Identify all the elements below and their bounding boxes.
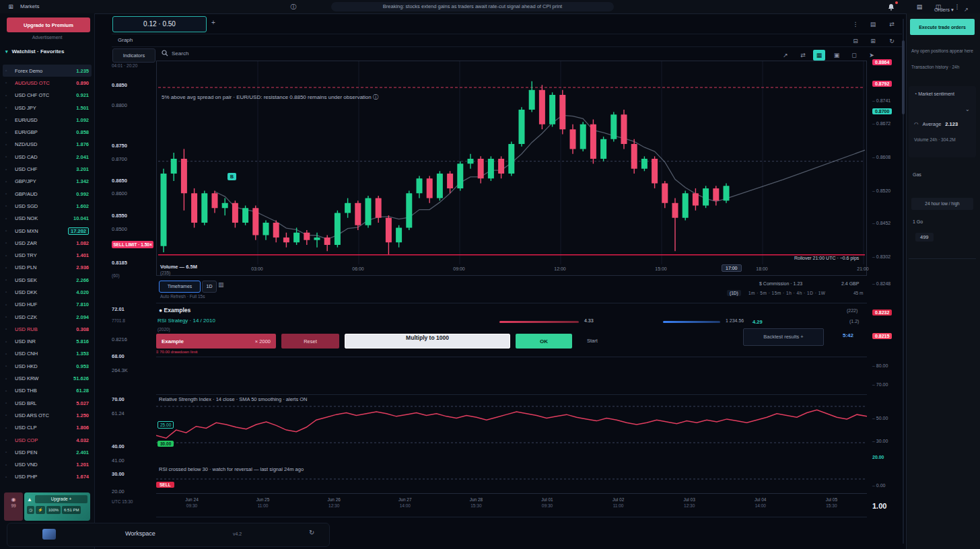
watchlist-row[interactable]: ▫USD JPY1.501	[3, 102, 92, 114]
watchlist-row[interactable]: ▫USD VND1.201	[3, 459, 92, 471]
backtest-button[interactable]: Backtest results +	[743, 328, 824, 346]
news-ticker[interactable]: Breaking: stocks extend gains as traders…	[331, 2, 614, 11]
add-order-button[interactable]: +	[211, 19, 215, 26]
collapse-icon[interactable]: ⊟	[849, 36, 862, 46]
watchlist-row[interactable]: ▫USD BRL5.027	[3, 397, 92, 409]
range-chip[interactable]: 24 hour low / high	[911, 198, 973, 210]
rsi-panel[interactable]	[156, 402, 867, 494]
chevron-down-icon[interactable]: ⌄	[965, 106, 970, 112]
watchlist-row[interactable]: ▫USD ARS OTC1.250	[3, 409, 92, 421]
watchlist-row[interactable]: ▫USD HKD0.953	[3, 360, 92, 372]
rsi-level-chip-30: 30.00	[158, 441, 174, 447]
watchlist-header[interactable]: ▾Watchlist · Favorites	[5, 48, 90, 59]
watchlist-row[interactable]: ▫NZD/USD1.876	[3, 139, 92, 151]
account-button[interactable]: ◉ 99	[4, 492, 23, 521]
watchlist-row[interactable]: ▫AUD/USD OTC0.890	[3, 77, 92, 89]
indicator-title: Relative Strength Index · 14 close · SMA…	[159, 396, 308, 402]
positions-note: Any open positions appear here	[911, 48, 975, 53]
quick-trade-chip[interactable]: ◷	[27, 506, 34, 514]
history-link[interactable]: Transaction history · 24h	[911, 65, 975, 69]
watchlist-row[interactable]: ▫USD THB61.28	[3, 385, 92, 397]
candlestick-chart[interactable]	[156, 61, 867, 276]
watchlist-row[interactable]: ▫USD INR5.816	[3, 336, 92, 348]
graph-tab[interactable]: Graph	[118, 37, 133, 43]
watchlist-row[interactable]: ▫USD KRW51.626	[3, 372, 92, 384]
refresh-icon[interactable]: ↻	[309, 529, 314, 536]
timeframes-button[interactable]: Timeframes	[159, 281, 201, 293]
sell-limit-tag[interactable]: SELL LIMIT · 1.50×	[112, 241, 153, 248]
reload-icon[interactable]: ↻	[886, 36, 898, 46]
watchlist-row[interactable]: ▫USD CZK2.094	[3, 311, 92, 323]
symbol-search[interactable]: Search	[162, 50, 188, 57]
rsi-x-axis: Jun 2409:30Jun 2511:00Jun 2612:30Jun 271…	[156, 497, 867, 514]
watchlist-row[interactable]: ▫USD CHF3.201	[3, 163, 92, 175]
watchlist-row[interactable]: ▫GBP/AUD0.992	[3, 188, 92, 200]
watchlist-row[interactable]: ▫USD CAD2.041	[3, 151, 92, 163]
watchlist-row[interactable]: ▫USD SGD1.602	[3, 200, 92, 212]
timeframe-chip[interactable]: 1D	[202, 281, 217, 293]
watchlist-row[interactable]: ▫USD HUF7.810	[3, 299, 92, 311]
watchlist-row[interactable]: ▫USD CNH1.353	[3, 348, 92, 360]
active-timeframe-chip[interactable]: (1D)	[727, 290, 741, 296]
candle-style-icon[interactable]: ▦	[813, 50, 825, 61]
axis-price-label: 0.8864	[872, 59, 892, 65]
chart-type-icon[interactable]: ▥	[218, 281, 224, 288]
buy-panel[interactable]: ▲ Upgrade + ◷⚡100%6:51 PM	[24, 492, 90, 521]
compare-icon[interactable]: ⇄	[797, 50, 809, 61]
upgrade-pill[interactable]: Upgrade +	[35, 495, 88, 503]
watchlist-row[interactable]: ▫EUR/USD1.092	[3, 114, 92, 126]
watchlist-row[interactable]: ▫USD PEN2.401	[3, 446, 92, 458]
snapshot-icon[interactable]: ◻	[848, 50, 860, 61]
watchlist-row[interactable]: ▫USD COP4.032	[3, 434, 92, 446]
watchlist-row[interactable]: ▫USD NOK10.041	[3, 213, 92, 225]
indicators-button[interactable]: Indicators	[112, 48, 155, 63]
watchlist-row[interactable]: ▫USD RUB0.308	[3, 323, 92, 335]
watchlist-row[interactable]: ▫USD ZAR1.082	[3, 237, 92, 249]
bell-icon[interactable]	[886, 2, 897, 11]
upgrade-button[interactable]: Upgrade to Premium	[7, 17, 90, 32]
quick-trade-chip[interactable]: 100%	[46, 506, 61, 514]
quick-trade-chip[interactable]: ⚡	[36, 506, 45, 514]
workspace-chip[interactable]: Markets	[20, 2, 39, 11]
quick-trade-chips: ◷⚡100%6:51 PM	[27, 506, 88, 514]
example-button[interactable]: Example × 2000	[156, 334, 276, 349]
orders-header[interactable]: Orders ▾	[934, 7, 954, 13]
layout-grid-icon[interactable]: ▣	[831, 50, 843, 61]
watchlist-row[interactable]: ▫USD TRY1.401	[3, 249, 92, 261]
expand-icon[interactable]: ↗	[779, 50, 792, 61]
watchlist-row[interactable]: ▫USD SEK2.266	[3, 274, 92, 286]
quick-trade-chip[interactable]: 6:51 PM	[62, 506, 81, 514]
watchlist-row[interactable]: ▫USD CHF OTC0.921	[3, 89, 92, 102]
multiply-input[interactable]: Multiply to 1000	[345, 334, 510, 349]
add-panel-icon[interactable]: ⊞	[867, 36, 879, 46]
axis-price-label: 30.00	[872, 439, 888, 443]
x-axis-label: 18:00	[756, 266, 768, 271]
watchlist-row[interactable]: ▫USD PHP1.674	[3, 471, 92, 483]
order-marker[interactable]: B	[228, 173, 236, 180]
popout-icon[interactable]: ↗	[964, 7, 969, 13]
watchlist-row[interactable]: ▫USD MXN17.202	[3, 225, 92, 237]
watchlist-row[interactable]: ▫USD DKK4.020	[3, 286, 92, 298]
workspace-bar[interactable]: Workspace v4.2 ↻	[7, 523, 330, 547]
panels-icon[interactable]: ▤	[867, 19, 879, 30]
timeframe-list[interactable]: 1m · 5m · 15m · 1h · 4h · 1D · 1W	[748, 291, 825, 295]
watchlist-row[interactable]: ▫USD CLP1.806	[3, 422, 92, 434]
watchlist-row[interactable]: ▫EUR/GBP0.858	[3, 126, 92, 138]
value-chip[interactable]: 499	[915, 233, 934, 242]
symbol-price: 17.202	[68, 227, 89, 235]
more-options-icon[interactable]: ⋮	[849, 19, 862, 30]
ok-button[interactable]: OK	[516, 334, 572, 349]
symbol-icon: ▫	[5, 180, 15, 184]
menu-icon[interactable]: ⊞	[5, 2, 16, 11]
strategy-link[interactable]: RSI Strategy · 14 / 2010	[158, 318, 215, 324]
swap-icon[interactable]: ⇄	[886, 19, 898, 30]
ladder-price: UTC 15:30	[112, 499, 152, 504]
reset-button[interactable]: Reset	[281, 334, 339, 349]
watchlist-row[interactable]: ▫USD PLN2.936	[3, 262, 92, 274]
execute-trade-button[interactable]: Execute trade orders	[910, 19, 975, 35]
layout-icon[interactable]: ▤	[914, 2, 925, 11]
order-size-input[interactable]: 0.12 · 0.50	[112, 16, 207, 32]
scrollbar-thumb[interactable]	[902, 40, 905, 114]
watchlist-row[interactable]: ▫GBP/JPY1.342	[3, 176, 92, 188]
watchlist-row[interactable]: ▫Forex Demo1.235	[3, 65, 92, 77]
